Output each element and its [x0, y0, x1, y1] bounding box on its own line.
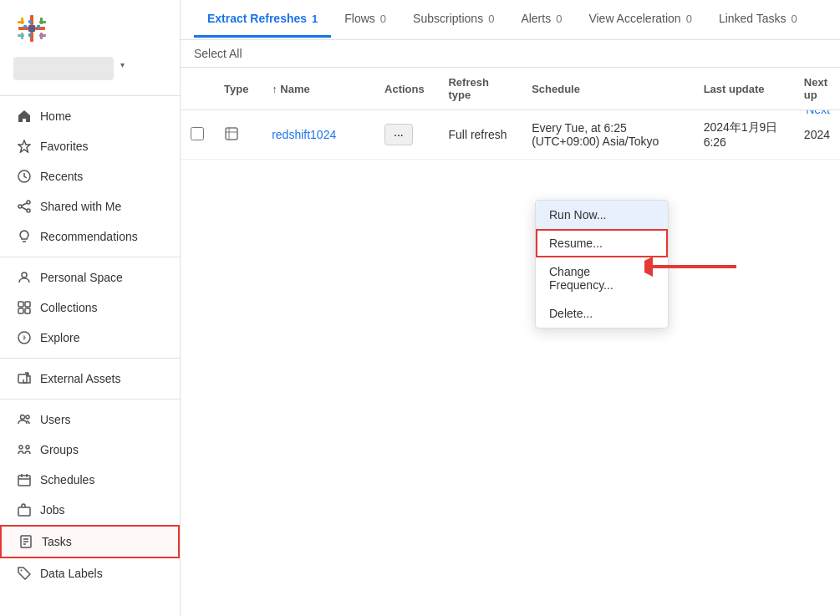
sidebar-item-schedules[interactable]: Schedules: [0, 465, 180, 495]
tab-count: 0: [380, 13, 386, 25]
tab-subscriptions[interactable]: Subscriptions 0: [400, 2, 507, 38]
svg-rect-6: [23, 25, 27, 28]
home-icon: [17, 109, 32, 124]
select-all-button[interactable]: Select All: [194, 47, 242, 60]
sidebar-item-label: Schedules: [40, 473, 94, 486]
sidebar-item-label: Favorites: [40, 140, 89, 153]
calendar-icon: [17, 472, 32, 487]
row-checkbox[interactable]: [191, 127, 204, 140]
table-row: redshift1024 ··· Full refresh Every Tue,…: [181, 110, 840, 160]
sidebar-item-recommendations[interactable]: Recommendations: [0, 221, 180, 252]
sidebar-item-label: Personal Space: [40, 271, 123, 284]
col-header-schedule: Schedule: [522, 68, 693, 110]
svg-rect-27: [25, 302, 30, 307]
tab-label: View Acceleration: [588, 12, 680, 25]
sidebar-item-explore[interactable]: Explore: [0, 323, 180, 353]
svg-rect-14: [18, 34, 24, 37]
sidebar-item-label: Shared with Me: [40, 200, 121, 213]
compass-icon: [17, 330, 32, 345]
sidebar-search-box[interactable]: [13, 57, 114, 80]
svg-rect-16: [39, 34, 46, 37]
svg-line-22: [22, 203, 27, 206]
sidebar-item-recents[interactable]: Recents: [0, 161, 180, 191]
tasks-icon: [18, 534, 33, 549]
row-refresh-type-cell: Full refresh: [438, 110, 522, 160]
sidebar-item-shared-with-me[interactable]: Shared with Me: [0, 191, 180, 221]
svg-rect-48: [226, 128, 237, 140]
datasource-icon: [224, 126, 239, 141]
row-last-update-cell: 2024年1月9日 6:26: [694, 110, 794, 160]
sidebar-item-tasks[interactable]: Tasks: [0, 525, 180, 558]
row-schedule-cell: Every Tue, at 6:25 (UTC+09:00) Asia/Toky…: [522, 110, 693, 160]
svg-rect-5: [28, 33, 32, 37]
svg-rect-4: [28, 20, 32, 23]
grid-icon: [17, 300, 32, 315]
sidebar-item-label: Data Labels: [40, 567, 103, 580]
actions-menu-button[interactable]: ···: [384, 124, 413, 145]
tab-extract-refreshes[interactable]: Extract Refreshes 1: [194, 2, 331, 38]
sidebar-item-home[interactable]: Home: [0, 101, 180, 131]
tab-label: Subscriptions: [413, 12, 483, 25]
sidebar-item-users[interactable]: Users: [0, 405, 180, 435]
sidebar-item-label: Users: [40, 413, 71, 426]
svg-rect-29: [25, 308, 30, 313]
sidebar-item-label: Collections: [40, 301, 97, 314]
sidebar-item-external-assets[interactable]: External Assets: [0, 364, 180, 394]
tab-linked-tasks[interactable]: Linked Tasks 0: [705, 2, 811, 38]
sidebar-item-groups[interactable]: Groups: [0, 435, 180, 465]
tab-label: Flows: [344, 12, 375, 25]
main-content: Extract Refreshes 1 Flows 0 Subscription…: [181, 0, 840, 616]
tab-count: 0: [488, 13, 494, 25]
tab-flows[interactable]: Flows 0: [331, 2, 400, 38]
sidebar-item-jobs[interactable]: Jobs: [0, 495, 180, 525]
dropdown-item-resume[interactable]: Resume...: [536, 229, 668, 257]
row-name-cell[interactable]: redshift1024: [262, 110, 374, 160]
dropdown-item-change-frequency[interactable]: Change Frequency...: [536, 257, 668, 299]
sidebar-item-label: External Assets: [40, 372, 121, 385]
row-checkbox-cell: [181, 110, 214, 160]
table-area: Type ↑ Name Actions Refresh type Schedul…: [181, 68, 840, 616]
svg-point-35: [26, 415, 29, 419]
svg-point-25: [22, 272, 27, 277]
col-header-checkbox: [181, 68, 214, 110]
ellipsis-icon: ···: [394, 128, 404, 141]
dropdown-item-run-now[interactable]: Run Now...: [536, 201, 668, 229]
svg-rect-12: [39, 21, 46, 23]
dropdown-item-delete[interactable]: Delete...: [536, 299, 668, 328]
briefcase-icon: [17, 502, 32, 517]
tab-label: Extract Refreshes: [207, 12, 307, 25]
tab-count: 0: [556, 13, 562, 25]
svg-point-21: [27, 209, 30, 212]
tab-label: Alerts: [521, 12, 551, 25]
sidebar-item-personal-space[interactable]: Personal Space: [0, 262, 180, 293]
sidebar-item-label: Recents: [40, 170, 83, 183]
sidebar-item-label: Explore: [40, 331, 79, 344]
logo-area: [0, 0, 180, 57]
svg-point-19: [27, 201, 30, 204]
sidebar-search-arrow: ▾: [120, 60, 125, 69]
row-next-update-cell: 2024: [794, 110, 840, 160]
sidebar-item-favorites[interactable]: Favorites: [0, 131, 180, 161]
actions-dropdown-menu: Run Now... Resume... Change Frequency...…: [535, 200, 669, 328]
share-icon: [17, 199, 32, 214]
svg-rect-7: [37, 25, 40, 28]
tab-view-acceleration[interactable]: View Acceleration 0: [575, 2, 705, 38]
tab-alerts[interactable]: Alerts 0: [507, 2, 575, 38]
svg-point-36: [19, 445, 23, 449]
extract-refreshes-table: Type ↑ Name Actions Refresh type Schedul…: [181, 68, 840, 160]
svg-line-23: [22, 207, 27, 210]
tab-count: 0: [792, 13, 797, 25]
tag-icon: [17, 566, 32, 581]
svg-marker-17: [18, 140, 30, 152]
sidebar-item-collections[interactable]: Collections: [0, 293, 180, 323]
sidebar-item-data-labels[interactable]: Data Labels: [0, 558, 180, 588]
tab-label: Linked Tasks: [719, 12, 787, 25]
tab-count: 1: [312, 13, 318, 25]
svg-point-34: [21, 415, 25, 420]
svg-rect-42: [18, 507, 30, 516]
star-icon: [17, 139, 32, 154]
clock-icon: [17, 169, 32, 184]
sidebar-item-label: Recommendations: [40, 230, 138, 243]
svg-rect-26: [18, 302, 23, 307]
col-header-name[interactable]: ↑ Name: [262, 68, 374, 110]
